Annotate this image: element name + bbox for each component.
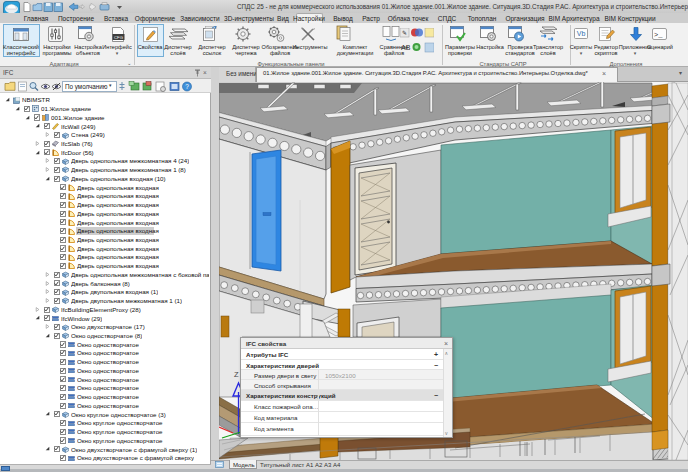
svg-text:CFG: CFG [114,35,123,40]
svg-text:?: ? [185,83,189,90]
svg-text:✎: ✎ [402,30,407,36]
svg-text:>_: >_ [654,31,663,39]
svg-text:Vb: Vb [577,30,586,37]
svg-text:Z: Z [234,370,239,379]
svg-text:АВ: АВ [401,44,411,51]
